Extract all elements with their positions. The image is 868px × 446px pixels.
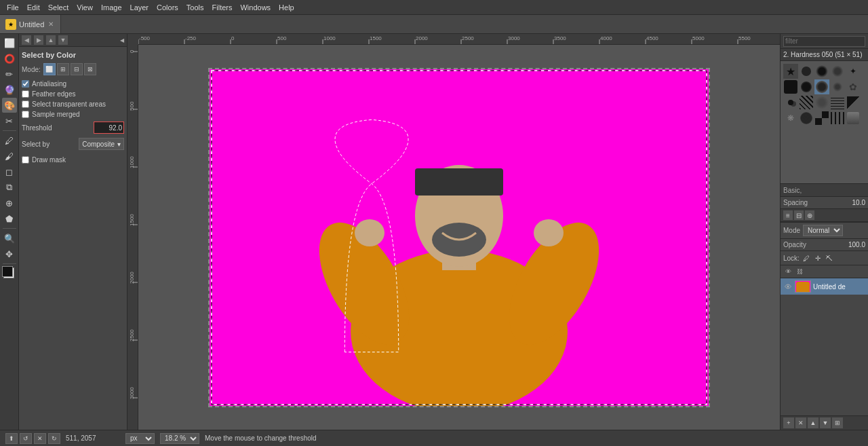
- tool-move[interactable]: ✥: [2, 246, 17, 261]
- draw-mask-row: Draw mask: [22, 155, 124, 164]
- feather-edges-checkbox[interactable]: [22, 90, 29, 98]
- layer-icons-row: 👁 ⛓: [781, 265, 868, 278]
- brush-item-10[interactable]: ✿: [846, 79, 861, 94]
- status-zoom-select[interactable]: 18.2 % 25 % 50 % 100 %: [160, 433, 199, 444]
- status-btn-4[interactable]: ↻: [48, 433, 60, 444]
- menu-file[interactable]: File: [3, 2, 23, 13]
- tool-rect-select[interactable]: ⬜: [2, 35, 17, 50]
- menu-tools[interactable]: Tools: [182, 2, 208, 13]
- brush-item-17[interactable]: [799, 111, 814, 126]
- layer-visibility-eye[interactable]: [783, 282, 793, 291]
- tool-paint[interactable]: 🖌: [2, 149, 17, 164]
- nav-prev[interactable]: ◀: [22, 35, 31, 45]
- layers-mode-label: Mode: [783, 227, 800, 234]
- antialiasing-checkbox[interactable]: [22, 80, 29, 88]
- brush-item-19[interactable]: [830, 111, 845, 126]
- toolbox: ⬜ ⭕ ✏ 🔮 🎨 ✂ 🖊 🖌 ◻ ⧉ ⊕ ⬟ 🔍 ✥: [0, 34, 19, 430]
- tool-free-select[interactable]: ✏: [2, 67, 17, 81]
- mode-btn-intersect[interactable]: ⊠: [84, 63, 96, 75]
- menu-colors[interactable]: Colors: [153, 2, 182, 13]
- menu-edit[interactable]: Edit: [23, 2, 44, 13]
- canvas-viewport[interactable]: [138, 45, 780, 430]
- lock-move-icon[interactable]: ⛏: [825, 253, 834, 263]
- sample-merged-checkbox[interactable]: [22, 111, 29, 118]
- layers-btn-1[interactable]: ≡: [783, 210, 793, 220]
- tab-icon: ★: [5, 19, 16, 30]
- status-unit-select[interactable]: px % mm: [125, 433, 155, 444]
- eye-icon[interactable]: 👁: [783, 267, 793, 276]
- select-transparent-label: Select transparent areas: [32, 100, 106, 108]
- brush-item-15[interactable]: [846, 95, 861, 110]
- brush-item-5[interactable]: ✦: [846, 64, 861, 79]
- status-btn-2[interactable]: ↺: [20, 433, 32, 444]
- layers-mode-select[interactable]: Normal: [803, 225, 843, 236]
- menu-layer[interactable]: Layer: [126, 2, 153, 13]
- layer-item-untitled[interactable]: Untitled de: [781, 278, 868, 295]
- layers-add-btn[interactable]: +: [783, 417, 794, 428]
- tool-select-by-color[interactable]: 🎨: [2, 98, 17, 113]
- tool-ellipse-select[interactable]: ⭕: [2, 51, 17, 66]
- mode-btn-replace[interactable]: ⬜: [43, 63, 56, 75]
- draw-mask-checkbox[interactable]: [22, 156, 29, 164]
- brush-item-7[interactable]: [799, 79, 814, 94]
- nav-up[interactable]: ▲: [46, 35, 56, 45]
- brush-item-16[interactable]: ❋: [783, 111, 798, 126]
- nav-next[interactable]: ▶: [34, 35, 43, 45]
- fg-color-swatch[interactable]: [2, 266, 13, 277]
- brush-item-9[interactable]: [830, 79, 845, 94]
- tool-paths[interactable]: 🖊: [2, 133, 17, 148]
- tool-separator-2: [3, 228, 16, 229]
- brush-item-1[interactable]: ★: [783, 64, 798, 79]
- brush-item-6[interactable]: [783, 79, 798, 94]
- menu-select[interactable]: Select: [44, 2, 73, 13]
- menu-filters[interactable]: Filters: [208, 2, 237, 13]
- brush-item-8[interactable]: [814, 79, 829, 94]
- threshold-input[interactable]: [94, 122, 124, 134]
- tool-scissors[interactable]: ✂: [2, 113, 17, 128]
- layers-merge-btn[interactable]: ⊞: [832, 417, 843, 428]
- tool-clone[interactable]: ⧉: [2, 180, 17, 195]
- tool-perspective[interactable]: ⬟: [2, 211, 17, 226]
- menu-windows[interactable]: Windows: [236, 2, 275, 13]
- svg-point-7: [355, 219, 384, 246]
- lock-alpha-icon[interactable]: ✛: [813, 253, 823, 263]
- layers-btn-3[interactable]: ⊕: [805, 210, 814, 220]
- brush-filter-input[interactable]: [783, 36, 865, 47]
- select-by-dropdown[interactable]: Composite ▾: [79, 138, 124, 150]
- panel-collapse[interactable]: ◀: [120, 37, 124, 43]
- select-transparent-row: Select transparent areas: [22, 100, 124, 109]
- lock-paint-icon[interactable]: 🖊: [802, 253, 811, 263]
- tab-untitled[interactable]: ★ Untitled ✕: [0, 15, 61, 33]
- layers-delete-btn[interactable]: ✕: [795, 417, 806, 428]
- tool-fuzzy-select[interactable]: 🔮: [2, 82, 17, 97]
- brush-item-4[interactable]: [830, 64, 845, 79]
- status-btn-1[interactable]: ⬆: [5, 433, 18, 444]
- brush-item-13[interactable]: [814, 95, 829, 110]
- chain-icon[interactable]: ⛓: [795, 267, 804, 276]
- status-btn-3[interactable]: ✕: [34, 433, 46, 444]
- mode-btn-add[interactable]: ⊞: [57, 63, 69, 75]
- menu-image[interactable]: Image: [97, 2, 126, 13]
- brush-item-3[interactable]: [814, 64, 829, 79]
- brush-grid: ★ ✦: [781, 61, 868, 128]
- brush-item-2[interactable]: [799, 64, 814, 79]
- brush-item-12[interactable]: [799, 95, 814, 110]
- layers-btn-2[interactable]: ⊟: [794, 210, 804, 220]
- nav-down[interactable]: ▼: [58, 35, 68, 45]
- menu-help[interactable]: Help: [275, 2, 298, 13]
- tab-close-button[interactable]: ✕: [47, 20, 55, 29]
- brush-item-20[interactable]: [846, 111, 861, 126]
- mode-btn-subtract[interactable]: ⊟: [71, 63, 83, 75]
- brush-item-14[interactable]: [830, 95, 845, 110]
- tool-zoom[interactable]: 🔍: [2, 231, 17, 246]
- brush-item-11[interactable]: [783, 95, 798, 110]
- menu-view[interactable]: View: [73, 2, 97, 13]
- layers-down-btn[interactable]: ▼: [820, 417, 831, 428]
- svg-point-11: [787, 286, 789, 288]
- tool-heal[interactable]: ⊕: [2, 196, 17, 210]
- threshold-row: Threshold: [22, 120, 124, 135]
- tool-eraser[interactable]: ◻: [2, 164, 17, 179]
- brush-item-18[interactable]: [814, 111, 829, 126]
- layers-up-btn[interactable]: ▲: [808, 417, 818, 428]
- select-transparent-checkbox[interactable]: [22, 100, 29, 108]
